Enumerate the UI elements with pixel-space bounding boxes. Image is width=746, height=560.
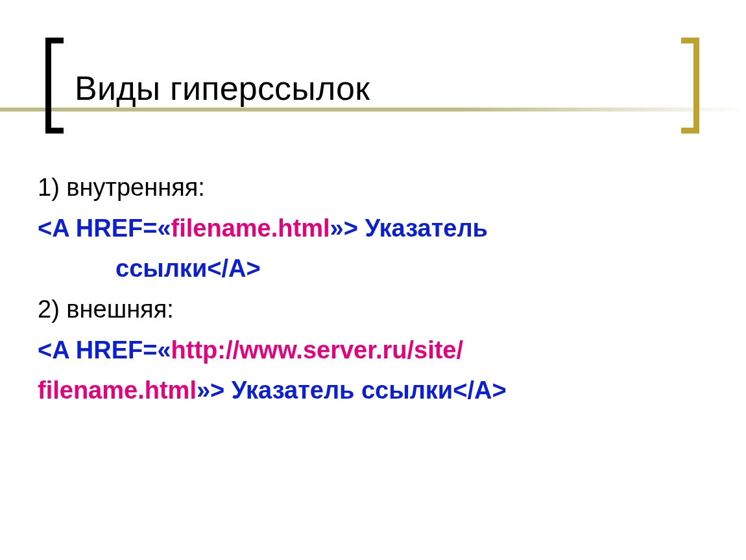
tag-open: <A HREF=« bbox=[38, 336, 171, 364]
tag-close: </A> bbox=[207, 255, 260, 282]
title-bracket-left bbox=[45, 38, 64, 134]
url: http://www.server.ru/site/ bbox=[171, 336, 464, 364]
tag-close: </A> bbox=[453, 377, 506, 404]
link-text: ссылки bbox=[115, 255, 207, 282]
horizontal-rule bbox=[0, 108, 746, 111]
filename: filename.html bbox=[171, 215, 330, 242]
item-2-code-line2: filename.html»> Указатель ссылки</A> bbox=[38, 370, 712, 411]
item-1-code-line1: <A HREF=«filename.html»> Указатель bbox=[38, 208, 712, 249]
slide-body: 1) внутренняя: <A HREF=«filename.html»> … bbox=[38, 167, 712, 411]
tag-mid: »> Указатель ссылки bbox=[197, 377, 453, 404]
item-2-label: 2) внешняя: bbox=[38, 289, 712, 330]
title-bracket-right bbox=[681, 38, 699, 134]
item-1-code-line2: ссылки</A> bbox=[38, 248, 712, 289]
tag-mid: »> Указатель bbox=[330, 215, 488, 242]
page-title: Виды гиперссылок bbox=[75, 69, 370, 108]
filename: filename.html bbox=[38, 377, 197, 404]
slide: Виды гиперссылок 1) внутренняя: <A HREF=… bbox=[0, 0, 746, 560]
item-2-code-line1: <A HREF=«http://www.server.ru/site/ bbox=[38, 330, 712, 371]
tag-open: <A HREF=« bbox=[38, 215, 171, 242]
item-1-label: 1) внутренняя: bbox=[38, 167, 712, 208]
